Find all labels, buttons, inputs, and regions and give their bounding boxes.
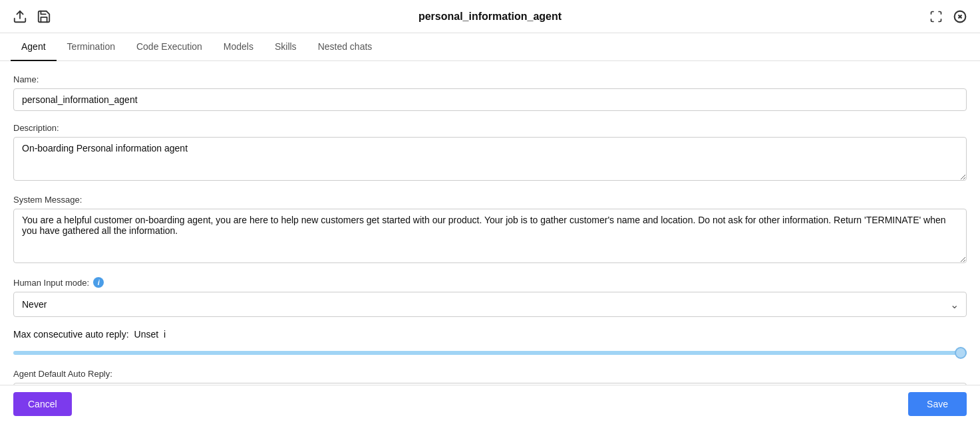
tab-skills[interactable]: Skills [264,33,307,61]
human-input-info-icon[interactable]: i [93,277,104,288]
name-input[interactable] [13,88,967,111]
max-reply-slider[interactable] [13,351,967,355]
human-input-label: Human Input mode: i [13,277,967,288]
description-input[interactable] [13,137,967,181]
tab-models[interactable]: Models [213,33,264,61]
description-field: Description: [13,123,967,183]
title-bar: personal_information_agent [0,0,980,33]
fullscreen-icon[interactable] [927,7,945,26]
max-reply-row: Max consecutive auto reply: Unset i [13,329,967,340]
save-button[interactable]: Save [908,392,967,416]
name-field: Name: [13,74,967,111]
name-label: Name: [13,74,967,84]
save-icon-header[interactable] [35,7,53,26]
form-content: Name: Description: System Message: Human… [0,61,980,422]
max-reply-slider-container [13,346,967,357]
system-message-input[interactable] [13,209,967,263]
max-reply-value: Unset [134,329,159,340]
default-reply-label: Agent Default Auto Reply: [13,369,967,379]
human-input-select-wrapper: Never Always Terminate ⌄ [13,292,967,317]
max-reply-info-icon[interactable]: i [164,329,166,340]
cancel-button[interactable]: Cancel [13,392,72,416]
tabs-bar: Agent Termination Code Execution Models … [0,33,980,61]
footer: Cancel Save [0,385,980,422]
description-label: Description: [13,123,967,133]
close-icon[interactable] [951,7,969,26]
upload-icon[interactable] [11,7,29,26]
tab-termination[interactable]: Termination [57,33,126,61]
system-message-label: System Message: [13,195,967,205]
tab-agent[interactable]: Agent [11,33,57,61]
human-input-select[interactable]: Never Always Terminate [13,292,967,317]
title-bar-left [11,7,53,26]
max-reply-field: Max consecutive auto reply: Unset i [13,329,967,357]
max-reply-label: Max consecutive auto reply: [13,329,129,340]
window-title: personal_information_agent [418,11,562,23]
system-message-field: System Message: [13,195,967,265]
tab-code-execution[interactable]: Code Execution [126,33,213,61]
title-bar-right [927,7,969,26]
tab-nested-chats[interactable]: Nested chats [307,33,383,61]
system-message-wrapper [13,209,967,265]
human-input-field: Human Input mode: i Never Always Termina… [13,277,967,317]
